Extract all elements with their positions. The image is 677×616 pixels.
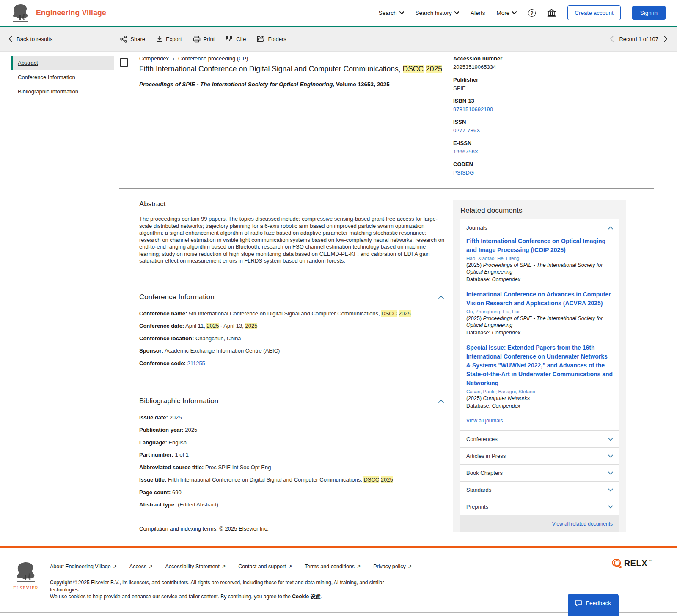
database-label: Compendex	[139, 55, 169, 62]
related-journal-authors[interactable]: Hao, Xiaotao; He, Lifeng	[466, 256, 613, 261]
doc-type-label: Conference proceeding (CP)	[178, 55, 248, 62]
record-sections: Abstract The proceedings contain 99 pape…	[139, 200, 445, 532]
chevron-down-icon	[608, 488, 613, 492]
publisher-group: Publisher SPIE	[453, 77, 654, 92]
related-journal-title-link[interactable]: Fifth International Conference on Optica…	[466, 237, 613, 255]
accordion-standards[interactable]: Standards	[460, 481, 619, 498]
footer-link-accessibility[interactable]: Accessibility Statement↗	[165, 564, 226, 569]
footer-copyright: Copyright © 2025 Elsevier B.V., its lice…	[50, 579, 384, 600]
related-journal-item: International Conference on Advances in …	[466, 290, 613, 336]
chevron-down-icon	[608, 471, 613, 475]
record-title: Fifth International Conference on Digita…	[139, 64, 442, 74]
sign-in-button[interactable]: Sign in	[632, 6, 666, 20]
separator-dot: •	[173, 56, 174, 61]
sponsor-row: Sponsor: Academic Exchange Information C…	[139, 348, 445, 354]
related-accordions: Conferences Articles in Press Book Chapt…	[460, 430, 619, 515]
issn-group: ISSN 0277-786X	[453, 119, 654, 134]
nav-alerts[interactable]: Alerts	[471, 10, 485, 16]
isbn13-link[interactable]: 9781510692190	[453, 106, 654, 113]
nav-search-history[interactable]: Search history	[416, 10, 459, 16]
folders-button[interactable]: Folders	[257, 36, 286, 43]
brand[interactable]: Engineering Village	[11, 3, 106, 23]
issn-link[interactable]: 0277-786X	[453, 127, 654, 134]
coden-link[interactable]: PSISDG	[453, 170, 654, 176]
view-all-related-documents-link[interactable]: View all related documents	[552, 521, 613, 527]
conference-location-row: Conference location: Changchun, China	[139, 335, 445, 342]
abstract-heading: Abstract	[139, 200, 445, 208]
footer-link-about[interactable]: About Engineering Village↗	[50, 564, 117, 569]
external-link-icon: ↗	[149, 564, 152, 569]
elsevier-wordmark: ELSEVIER	[13, 585, 39, 590]
eissn-link[interactable]: 1996756X	[453, 148, 654, 155]
create-account-button[interactable]: Create account	[567, 5, 621, 20]
engineering-village-record-page: Engineering Village Search Search histor…	[0, 0, 677, 616]
record-header: Compendex • Conference proceeding (CP) F…	[120, 55, 445, 88]
external-link-icon: ↗	[288, 564, 292, 569]
cookie-notice: We use cookies to help provide and enhan…	[50, 593, 384, 600]
back-to-results-link[interactable]: Back to results	[8, 36, 52, 42]
related-journal-title-link[interactable]: Special Issue: Extended Papers from the …	[466, 343, 613, 388]
next-record-icon[interactable]	[663, 36, 668, 42]
issue-date-row: Issue date: 2025	[139, 414, 445, 421]
related-journal-authors[interactable]: Casari, Paolo; Basagni, Stefano	[466, 389, 613, 394]
compilation-note: Compilation and indexing terms, © 2025 E…	[139, 526, 445, 532]
accordion-book-chapters[interactable]: Book Chapters	[460, 464, 619, 481]
chevron-down-icon	[608, 505, 613, 509]
accordion-articles-in-press[interactable]: Articles in Press	[460, 447, 619, 464]
chevron-down-icon	[512, 11, 517, 14]
accordion-conferences[interactable]: Conferences	[460, 431, 619, 447]
feedback-button[interactable]: Feedback	[568, 594, 619, 616]
brand-wordmark: Engineering Village	[36, 8, 106, 17]
record-type-line: Compendex • Conference proceeding (CP)	[139, 55, 442, 62]
view-all-journals-link[interactable]: View all journals	[466, 418, 503, 424]
related-documents-panel: Related documents Journals Fifth Interna…	[453, 200, 626, 532]
conference-information-section: Conference Information Conference name: …	[139, 293, 445, 367]
record-tools: Share Export Print Cite	[120, 36, 286, 43]
chevron-down-icon	[399, 11, 404, 14]
content-area: Abstract Conference Information Bibliogr…	[0, 52, 677, 546]
isbn13-group: ISBN-13 9781510692190	[453, 98, 654, 113]
print-button[interactable]: Print	[193, 36, 215, 43]
accordion-preprints[interactable]: Preprints	[460, 498, 619, 515]
footer-link-terms[interactable]: Terms and conditions↗	[305, 564, 361, 569]
footer-link-privacy[interactable]: Privacy policy↗	[373, 564, 412, 569]
institution-icon[interactable]	[547, 9, 556, 17]
collapse-conference-button[interactable]	[438, 293, 445, 301]
nav-more[interactable]: More	[496, 10, 517, 16]
record-metadata: Accession number 20253519065334 Publishe…	[453, 55, 654, 176]
footer-link-contact[interactable]: Contact and support↗	[238, 564, 292, 569]
divider	[139, 285, 445, 285]
divider	[139, 389, 445, 389]
abbreviated-source-title-row: Abbreviated source title: Proc SPIE Int …	[139, 464, 445, 471]
record-right-rail: Accession number 20253519065334 Publishe…	[453, 55, 654, 546]
share-button[interactable]: Share	[120, 36, 145, 43]
previous-record-icon[interactable]	[610, 36, 614, 42]
record-sidenav: Abstract Conference Information Bibliogr…	[11, 55, 114, 546]
record-pagination: Record 1 of 107	[610, 36, 668, 42]
share-icon	[120, 36, 127, 43]
relx-mark-icon	[611, 559, 622, 569]
external-link-icon: ↗	[113, 564, 117, 569]
abstract-type-row: Abstract type: (Edited Abstract)	[139, 501, 445, 508]
help-icon[interactable]: ?	[528, 9, 536, 17]
cite-button[interactable]: Cite	[226, 36, 246, 42]
export-button[interactable]: Export	[156, 36, 182, 43]
related-journal-title-link[interactable]: International Conference on Advances in …	[466, 290, 613, 308]
sidenav-item-conference-information[interactable]: Conference Information	[11, 71, 114, 84]
accordion-journals[interactable]: Journals	[460, 219, 619, 236]
external-link-icon: ↗	[357, 564, 361, 569]
record-checkbox[interactable]	[120, 58, 128, 67]
chevron-down-icon	[454, 11, 459, 14]
nav-search[interactable]: Search	[379, 10, 404, 16]
sidenav-item-abstract[interactable]: Abstract	[11, 56, 114, 70]
record-count: Record 1 of 107	[619, 36, 658, 42]
sidenav-item-bibliographic-information[interactable]: Bibliographic Information	[11, 85, 114, 99]
coden-group: CODEN PSISDG	[453, 161, 654, 176]
related-journal-authors[interactable]: Ou, Zhonghong; Liu, Hui	[466, 309, 613, 314]
footer-link-access[interactable]: Access↗	[129, 564, 153, 569]
chevron-up-icon	[438, 400, 444, 403]
issue-title-row: Issue title: Fifth International Confere…	[139, 476, 445, 483]
record-toolbar: Back to results Share Export Print	[0, 27, 677, 52]
chevron-up-icon	[608, 226, 613, 230]
collapse-biblio-button[interactable]	[438, 397, 445, 405]
